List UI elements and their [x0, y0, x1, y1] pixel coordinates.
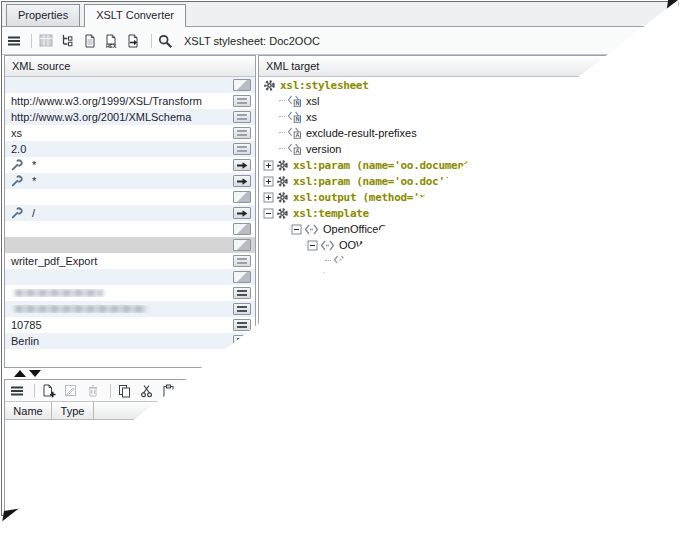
source-row[interactable]: *: [5, 173, 255, 189]
expander-collapsed-icon[interactable]: [263, 176, 274, 187]
target-tree-row[interactable]: BookmarkReplace (name='Strasse') :: [259, 301, 670, 317]
source-row[interactable]: [5, 221, 255, 237]
source-row[interactable]: [5, 301, 255, 317]
target-tree-row[interactable]: BookmarkReplace (name='PLZ') : 10785: [259, 317, 670, 333]
source-row[interactable]: [5, 77, 255, 93]
splitter-collapse-down-icon[interactable]: [29, 370, 41, 377]
search-button[interactable]: [158, 32, 177, 50]
target-tree-row[interactable]: BookmarkReplace (name='Firma') :: [259, 285, 670, 301]
mapping-button-equals[interactable]: [233, 303, 251, 315]
vertical-splitter[interactable]: [242, 379, 252, 515]
mapping-button-arrow[interactable]: [233, 159, 251, 171]
mapping-button-empty[interactable]: [233, 239, 251, 251]
expander-expanded-icon[interactable]: [272, 423, 283, 434]
results-tree-row[interactable]: OpenOfficeConnector: [253, 404, 670, 420]
cut-button[interactable]: [139, 382, 158, 400]
mapping-button-equals[interactable]: [233, 319, 251, 331]
source-row[interactable]: [5, 285, 255, 301]
copy-button[interactable]: [117, 382, 136, 400]
expander-expanded-icon[interactable]: [307, 240, 318, 251]
document-button[interactable]: [82, 32, 101, 50]
expander-collapsed-icon[interactable]: [323, 320, 334, 331]
source-row[interactable]: http://www.w3.org/2001/XMLSchema: [5, 109, 255, 125]
target-tree-row[interactable]: InputDocument: [259, 269, 670, 285]
menu-icon: [10, 385, 24, 397]
mapping-button-equals[interactable]: [233, 127, 251, 139]
target-tree-row[interactable]: Nxsl: [259, 93, 670, 109]
target-tree-row[interactable]: xsl:output (method='xml' encoding='UTF-8…: [259, 189, 670, 205]
source-row[interactable]: http://www.w3.org/1999/XSL/Transform: [5, 93, 255, 109]
tree-button[interactable]: [289, 382, 308, 400]
document-hex-button[interactable]: HEX: [104, 32, 123, 50]
expander-expanded-icon[interactable]: [291, 224, 302, 235]
expander-collapsed-icon[interactable]: [323, 336, 334, 347]
mapping-button-equals[interactable]: [233, 95, 251, 107]
results-tree-row[interactable]: OOWriter (outputFilter='writer_pdf_Expor…: [253, 420, 670, 436]
expander-collapsed-icon[interactable]: [323, 304, 334, 315]
source-row[interactable]: writer_pdf_Export: [5, 253, 255, 269]
mapping-button-equals[interactable]: [233, 287, 251, 299]
edit-button[interactable]: [63, 382, 82, 400]
mapping-button-equals[interactable]: [233, 335, 251, 347]
paste-button[interactable]: [161, 382, 180, 400]
mapping-button-equals[interactable]: [233, 255, 251, 267]
delete-button[interactable]: [85, 382, 104, 400]
mapping-button-equals[interactable]: [233, 143, 251, 155]
source-row[interactable]: 2.0: [5, 141, 255, 157]
document-icon: [313, 384, 325, 398]
target-tree-row[interactable]: xsl:param (name='oo.doc'): [259, 173, 670, 189]
target-tree-row[interactable]: xsl:template: [259, 205, 670, 221]
source-row[interactable]: [5, 237, 255, 253]
expander-collapsed-icon[interactable]: [263, 192, 274, 203]
results-tree-row[interactable]: BookmarkReplace (name='Firma') :: [253, 452, 670, 468]
mapping-button-empty[interactable]: [233, 271, 251, 283]
menu-button[interactable]: [6, 32, 25, 50]
source-row[interactable]: *: [5, 157, 255, 173]
results-tree-row[interactable]: BookmarkReplace (name='Strasse') :: [253, 468, 670, 484]
target-tree-row[interactable]: OpenOfficeConnector: [259, 221, 670, 237]
target-tree-row[interactable]: Aversion: [259, 141, 670, 157]
horizontal-splitter[interactable]: [2, 368, 671, 379]
target-tree-row[interactable]: AoutputFilter: [259, 253, 670, 269]
document-hex-button[interactable]: HEX: [333, 382, 352, 400]
results-tree-row[interactable]: InputDocument: [253, 436, 670, 452]
mapping-button-empty[interactable]: [233, 191, 251, 203]
expander-collapsed-icon[interactable]: [323, 272, 334, 283]
source-row[interactable]: 10785: [5, 317, 255, 333]
mapping-button-empty[interactable]: [233, 223, 251, 235]
target-tree-row[interactable]: xsl:stylesheet: [259, 77, 670, 93]
expander-expanded-icon[interactable]: [257, 407, 268, 418]
new-document-button[interactable]: [41, 382, 60, 400]
target-tree-row[interactable]: OOWriter: [259, 237, 670, 253]
source-row[interactable]: [5, 189, 255, 205]
target-tree-row[interactable]: Aexclude-result-prefixes: [259, 125, 670, 141]
target-tree-row[interactable]: xsl:param (name='oo.document'): [259, 157, 670, 173]
splitter-collapse-up-icon[interactable]: [14, 370, 26, 377]
search-button[interactable]: [387, 382, 406, 400]
tab-xslt-converter[interactable]: XSLT Converter: [84, 4, 186, 27]
source-row[interactable]: Berlin: [5, 333, 255, 349]
mapping-button-arrow[interactable]: [233, 175, 251, 187]
source-row[interactable]: xs: [5, 125, 255, 141]
target-tree-row[interactable]: BookmarkReplace (name='Ort') : Berlin: [259, 333, 670, 349]
document-button[interactable]: [311, 382, 330, 400]
menu-button[interactable]: [9, 382, 28, 400]
source-text: /: [32, 207, 35, 219]
expander-collapsed-icon[interactable]: [263, 160, 274, 171]
tree-button[interactable]: [60, 32, 79, 50]
document-export-button[interactable]: [355, 382, 374, 400]
menu-button[interactable]: [257, 382, 276, 400]
results-tree-row[interactable]: BookmarkReplace (name='PLZ') : 10785: [253, 484, 670, 500]
results-tree-row[interactable]: BookmarkReplace (name='Ort') : Berlin: [253, 500, 670, 514]
expander-collapsed-icon[interactable]: [323, 288, 334, 299]
document-export-button[interactable]: [126, 32, 145, 50]
source-row[interactable]: [5, 269, 255, 285]
mapping-button-empty[interactable]: [233, 79, 251, 91]
mapping-button-arrow[interactable]: [233, 207, 251, 219]
target-tree-row[interactable]: Nxs: [259, 109, 670, 125]
mapping-button-equals[interactable]: [233, 111, 251, 123]
tab-properties[interactable]: Properties: [6, 4, 80, 26]
source-row[interactable]: /: [5, 205, 255, 221]
expander-expanded-icon[interactable]: [263, 208, 274, 219]
table-button[interactable]: [38, 32, 57, 50]
